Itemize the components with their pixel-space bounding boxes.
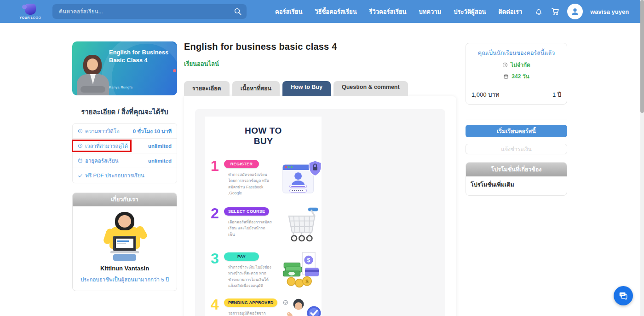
step-pending-approved: 4 PENDING APPROVED รอการอนุมัติคอร์สจาก: [211, 298, 316, 316]
nav-link-reviews[interactable]: รีวิวคอร์สเรียน: [369, 7, 407, 17]
search-icon[interactable]: [234, 7, 242, 16]
how-to-buy-infographic: HOW TO BUY 1 REGISTER ทำการสมัครคอร์สเรี…: [205, 117, 322, 316]
detail-value: unlimited: [148, 158, 172, 164]
detail-row-watch-time: เวลาที่สามารถดูได้ unlimited: [73, 139, 177, 153]
play-circle-icon: [78, 129, 83, 134]
start-learning-button[interactable]: เริ่มเรียนคอร์สนี้: [466, 125, 567, 137]
detail-label: อายุคอร์สเรียน: [78, 157, 119, 165]
cart-icon[interactable]: [551, 7, 560, 16]
step-badge: SELECT COURSE: [224, 207, 269, 216]
approved-person-illustration: [282, 298, 322, 316]
search-bar: [52, 4, 247, 19]
shopping-cart-illustration: [282, 206, 322, 245]
clock-icon: [502, 62, 508, 68]
step-badge: PENDING APPROVED: [224, 298, 277, 307]
promotions-header: โปรโมชั่นที่เกี่ยวข้อง: [466, 163, 567, 176]
step-number: 4: [211, 298, 222, 316]
detail-label: ความยาววิดีโอ: [78, 127, 120, 135]
tab-panel-content-area: HOW TO BUY 1 REGISTER ทำการสมัครคอร์สเรี…: [195, 109, 445, 316]
chat-icon: [618, 291, 628, 301]
svg-text:$: $: [305, 278, 309, 284]
step-register: 1 REGISTER ทำการสมัครคอร์สเรียน โดยการกร…: [211, 159, 316, 199]
step-description: ทำการสมัครคอร์สเรียน โดยการกรอกข้อมูล หร…: [228, 172, 272, 197]
instructor-name: Kittinun Vantasin: [73, 265, 177, 272]
days-left-value: 342 วัน: [512, 72, 529, 81]
clock-icon: [78, 143, 83, 148]
main-content: English for business basic class 4 เรียน…: [184, 41, 456, 316]
thumbnail-instructor-name: Kanya Rungfa: [109, 85, 132, 89]
user-name: wavisa yuyen: [590, 8, 629, 15]
instructor-description: ประกอบอาชีพเป็นผู้สอนมามากกว่า 5 ปี: [76, 275, 173, 284]
nav-link-contact[interactable]: ติดต่อเรา: [498, 7, 522, 17]
enrollment-status-text: คุณเป็นนักเรียนของคอร์สนี้แล้ว: [470, 48, 563, 58]
tab-question-comment[interactable]: Question & comment: [334, 81, 408, 96]
notify-payment-button[interactable]: แจ้งชำระเงิน: [466, 144, 567, 154]
detail-row-video-length: ความยาววิดีโอ 0 ชั่วโมง 10 นาที: [73, 124, 177, 139]
register-window-illustration: [282, 159, 322, 199]
step-description: รอการอนุมัติคอร์สจาก: [228, 310, 272, 316]
detail-value: unlimited: [148, 143, 172, 149]
step-badge: REGISTER: [224, 160, 259, 168]
step-number: 3: [211, 252, 222, 291]
enrollment-sidebar: คุณเป็นนักเรียนของคอร์สนี้แล้ว ไม่จำกัด …: [466, 43, 567, 196]
detail-value: 0 ชั่วโมง 10 นาที: [133, 127, 172, 135]
instructor-photo: [73, 212, 177, 262]
search-input[interactable]: [52, 4, 247, 19]
nav-link-courses[interactable]: คอร์สเรียน: [275, 7, 302, 17]
nav-links: คอร์สเรียน วิธีซื้อคอร์สเรียน รีวิวคอร์ส…: [275, 7, 522, 17]
user-avatar[interactable]: [567, 4, 583, 19]
tab-details[interactable]: รายละเอียด: [184, 81, 230, 96]
thumbnail-instructor-photo: [77, 55, 110, 95]
detail-row-free-pdf: ฟรี PDF ประกอบการเรียน: [73, 168, 177, 183]
step-select-course: 2 SELECT COURSE เลือกคอร์สที่ต้องการสมัค…: [211, 206, 316, 245]
calendar-icon: [503, 74, 509, 79]
nav-link-instructors[interactable]: ประวัติผู้สอน: [454, 7, 486, 17]
course-details-card: ความยาววิดีโอ 0 ชั่วโมง 10 นาที เวลาที่ส…: [72, 123, 177, 183]
user-menu[interactable]: wavisa yuyen ▼: [590, 8, 644, 15]
about-instructor-card: เกี่ยวกับเรา Kittinun Vantasin ประกอบอาช…: [72, 193, 177, 291]
scrollbar-thumb[interactable]: [640, 0, 644, 113]
step-description: เลือกคอร์สที่ต้องการสมัครเรียน และไปยังห…: [228, 219, 272, 238]
enrollment-status-card: คุณเป็นนักเรียนของคอร์สนี้แล้ว ไม่จำกัด …: [466, 43, 567, 105]
tab-lesson-content[interactable]: เนื้อหาที่สอน: [232, 81, 280, 96]
access-time-value: ไม่จำกัด: [511, 60, 530, 69]
nav-link-articles[interactable]: บทความ: [419, 7, 441, 17]
nav-link-how-to-buy[interactable]: วิธีซื้อคอร์สเรียน: [315, 7, 356, 17]
bell-icon[interactable]: [534, 7, 543, 16]
thumbnail-title: English for Business Basic Class 4: [109, 49, 173, 64]
page-title: English for business basic class 4: [184, 41, 456, 52]
detail-row-course-age: อายุคอร์สเรียน unlimited: [73, 153, 177, 168]
related-promotions-card: โปรโมชั่นที่เกี่ยวข้อง โปรโมชั่นเพิ่มเติ…: [466, 162, 567, 196]
infographic-title: HOW TO BUY: [211, 126, 316, 147]
logo-text: YOUR LOGO: [20, 16, 41, 19]
nav-icons: [534, 4, 583, 19]
course-thumbnail: English for Business Basic Class 4 Kanya…: [72, 41, 177, 95]
scrollbar-track[interactable]: [640, 0, 644, 316]
course-duration: 1 ปี: [552, 90, 561, 99]
top-navbar: YOUR LOGO คอร์สเรียน วิธีซื้อคอร์สเรียน …: [0, 0, 644, 23]
course-price: 1,000 บาท: [472, 90, 499, 99]
tab-panel: HOW TO BUY 1 REGISTER ทำการสมัครคอร์สเรี…: [184, 96, 456, 316]
svg-text:$: $: [307, 257, 310, 263]
tab-how-to-buy[interactable]: How to Buy: [282, 81, 331, 96]
step-pay: 3 PAY ทำการชำระเงิน ไปยังช่องทางชำระที่ส…: [211, 252, 316, 291]
logo-icon: [25, 4, 36, 15]
details-heading: รายละเอียด / สิ่งที่คุณจะได้รับ: [72, 106, 177, 117]
promotions-body: โปรโมชั่นเพิ่มเติม: [466, 176, 567, 195]
step-number: 2: [211, 206, 222, 245]
course-subtitle: เรียนออนไลน์: [184, 59, 456, 69]
check-icon: [78, 173, 83, 178]
calendar-icon: [78, 158, 83, 163]
divider: [466, 119, 567, 119]
detail-label: เวลาที่สามารถดูได้: [78, 142, 128, 150]
step-number: 1: [211, 159, 222, 199]
step-description: ทำการชำระเงิน ไปยังช่องทางชำระที่สะดวก ห…: [228, 264, 272, 289]
thumbnail-dot-decoration: [173, 69, 176, 72]
detail-label: ฟรี PDF ประกอบการเรียน: [78, 171, 144, 180]
money-payment-illustration: $ $: [282, 252, 322, 291]
left-sidebar: English for Business Basic Class 4 Kanya…: [72, 41, 177, 291]
how-to-buy-steps: 1 REGISTER ทำการสมัครคอร์สเรียน โดยการกร…: [211, 159, 316, 316]
chat-button[interactable]: [614, 286, 633, 305]
site-logo[interactable]: YOUR LOGO: [11, 4, 50, 19]
course-page: YOUR LOGO คอร์สเรียน วิธีซื้อคอร์สเรียน …: [0, 0, 644, 316]
